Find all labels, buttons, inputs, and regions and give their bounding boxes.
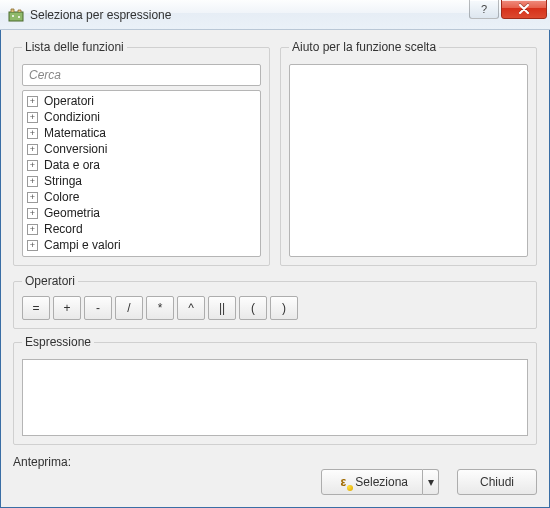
expander-icon[interactable]: + [27,208,38,219]
function-tree[interactable]: +Operatori+Condizioni+Matematica+Convers… [22,90,261,257]
operator-button[interactable]: ) [270,296,298,320]
functions-group: Lista delle funzioni +Operatori+Condizio… [13,40,270,266]
app-icon [8,7,24,23]
tree-item[interactable]: +Operatori [27,93,256,109]
chevron-down-icon: ▾ [428,475,434,489]
operator-button[interactable]: + [53,296,81,320]
tree-item-label: Data e ora [44,158,100,172]
expander-icon[interactable]: + [27,144,38,155]
expression-group: Espressione [13,335,537,445]
select-button-label: Seleziona [355,475,408,489]
operator-button[interactable]: * [146,296,174,320]
help-legend: Aiuto per la funzione scelta [289,40,439,54]
close-dialog-button-label: Chiudi [480,475,514,489]
close-dialog-button[interactable]: Chiudi [457,469,537,495]
operator-button[interactable]: ( [239,296,267,320]
tree-item-label: Campi e valori [44,238,121,252]
epsilon-icon: ε [336,475,350,489]
tree-item[interactable]: +Geometria [27,205,256,221]
tree-item-label: Geometria [44,206,100,220]
operator-button[interactable]: || [208,296,236,320]
expander-icon[interactable]: + [27,240,38,251]
expander-icon[interactable]: + [27,128,38,139]
expression-input[interactable] [22,359,528,436]
svg-point-2 [18,16,20,18]
select-dropdown-button[interactable]: ▾ [423,469,439,495]
svg-point-1 [12,15,14,17]
tree-item[interactable]: +Record [27,221,256,237]
expander-icon[interactable]: + [27,176,38,187]
window-title: Seleziona per espressione [30,8,171,22]
expander-icon[interactable]: + [27,192,38,203]
tree-item[interactable]: +Stringa [27,173,256,189]
functions-legend: Lista delle funzioni [22,40,127,54]
close-button[interactable] [501,0,547,19]
tree-item[interactable]: +Conversioni [27,141,256,157]
tree-item[interactable]: +Condizioni [27,109,256,125]
operators-group: Operatori =+-/*^||() [13,274,537,329]
tree-item-label: Stringa [44,174,82,188]
preview-label: Anteprima: [13,455,537,469]
operator-button[interactable]: = [22,296,50,320]
expander-icon[interactable]: + [27,224,38,235]
help-button[interactable]: ? [469,0,499,19]
title-bar: Seleziona per espressione ? [0,0,550,30]
expression-legend: Espressione [22,335,94,349]
tree-item[interactable]: +Campi e valori [27,237,256,253]
expander-icon[interactable]: + [27,96,38,107]
tree-item-label: Condizioni [44,110,100,124]
expander-icon[interactable]: + [27,160,38,171]
client-area: Lista delle funzioni +Operatori+Condizio… [0,30,550,508]
select-button-group: ε Seleziona ▾ [321,469,439,495]
operators-legend: Operatori [22,274,78,288]
tree-item-label: Operatori [44,94,94,108]
tree-item[interactable]: +Data e ora [27,157,256,173]
tree-item-label: Colore [44,190,79,204]
select-button[interactable]: ε Seleziona [321,469,423,495]
operator-button[interactable]: - [84,296,112,320]
tree-item-label: Record [44,222,83,236]
tree-item-label: Matematica [44,126,106,140]
help-group: Aiuto per la funzione scelta [280,40,537,266]
operator-button[interactable]: / [115,296,143,320]
help-content [289,64,528,257]
svg-rect-0 [9,12,23,21]
search-input[interactable] [22,64,261,86]
tree-item[interactable]: +Matematica [27,125,256,141]
expander-icon[interactable]: + [27,112,38,123]
tree-item[interactable]: +Colore [27,189,256,205]
tree-item-label: Conversioni [44,142,107,156]
operator-button[interactable]: ^ [177,296,205,320]
